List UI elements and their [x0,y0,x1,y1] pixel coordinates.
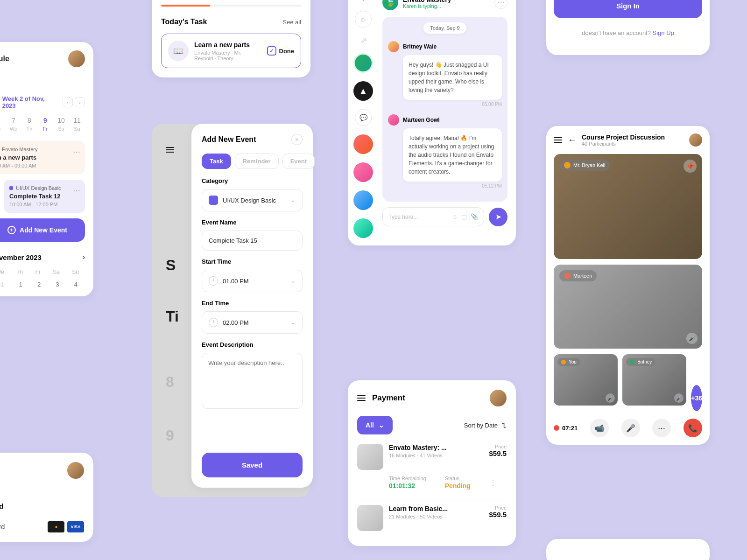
video-tile[interactable]: Marteen 🎤 [554,265,702,349]
next-week-button[interactable]: › [75,97,85,107]
signin-card: Sign In doesn't have an account? Sign Up [546,0,710,55]
chat-avatar[interactable] [353,134,373,154]
video-call-card: ← Course Project Discussion 40 Participa… [546,126,710,445]
payment-item[interactable]: Learn from Basic... 21 Modules · 50 Vide… [357,505,507,531]
desc-label: Event Description [202,341,303,348]
tab-reminder[interactable]: Reminder [235,154,279,169]
end-time-select[interactable]: 02.00 PM ⌄ [202,311,303,334]
event-card[interactable]: UI/UX Design Basic Complete Task 12 10:0… [4,180,85,213]
see-all-link[interactable]: See all [282,19,301,26]
month-title: November 2023 [0,253,42,261]
mic-icon: 🎤 [606,393,615,403]
chat-avatar[interactable] [353,218,373,238]
video-tile[interactable]: You 🎤 [554,354,618,406]
send-button[interactable]: ➤ [489,208,507,226]
description-textarea[interactable] [202,353,303,409]
chevron-down-icon: ⌄ [291,319,296,326]
book-icon: 📖 [168,41,189,61]
payment-method-label: nod [0,502,84,510]
chat-avatar[interactable] [353,162,373,182]
pin-icon[interactable]: 📌 [684,160,697,173]
close-button[interactable]: × [291,134,303,145]
chevron-down-icon: ⌄ [291,197,296,203]
partial-card [546,539,710,560]
chevron-down-icon: ⌄ [379,421,384,429]
more-icon[interactable]: ⋯ [73,186,80,195]
add-event-button[interactable]: + Add New Event [0,218,85,242]
avatar[interactable] [490,390,507,406]
more-button[interactable]: ⋯ [652,419,671,437]
hamburger-icon[interactable] [554,137,562,143]
signup-link[interactable]: Sign Up [653,29,674,36]
back-arrow-icon[interactable]: ← [568,135,576,145]
chat-header: 🍃 Envato Mastery Karen is typing... ⋯ [382,0,507,10]
schedule-title: edule [0,55,9,63]
start-time-select[interactable]: 01.00 PM ⌄ [202,270,303,292]
date-separator: Today, Sep 9 [423,22,466,34]
search-icon[interactable]: ⌕ [355,11,372,28]
hamburger-icon[interactable] [357,395,366,401]
week-label[interactable]: Week 2 of Nov, 2023 [2,95,59,109]
chat-avatar[interactable] [353,53,373,73]
more-icon[interactable]: ⋯ [494,0,507,9]
event-card[interactable]: Envato Mastery rn a new parts 00 AM - 09… [0,141,85,174]
chat-message: Marteen Gowl Totally agree, Maria! 🔥 I'm… [388,114,502,189]
card-payment-option[interactable]: Card ●● VISA [0,521,84,532]
mic-icon: 🎤 [686,333,698,344]
chat-sidebar: ⋮ ⌕ ⇗ ▲ 💬 [348,0,379,245]
saved-button[interactable]: Saved [202,453,303,477]
tab-event[interactable]: Event [282,154,315,169]
checkout-card: ut nod Card ●● VISA [0,453,93,542]
plus-icon: + [7,226,16,234]
more-participants[interactable]: +36 [691,385,702,411]
more-vertical-icon[interactable]: ⋮ [359,0,367,2]
task-item[interactable]: 📖 Learn a new parts Envato Mastery · Mr.… [161,34,301,68]
section-title: Today's Task [161,18,207,26]
more-vertical-icon[interactable]: ⋮ [489,478,497,487]
message-avatar [388,114,399,126]
course-thumbnail [357,444,383,470]
video-title: Course Project Discussion [582,133,684,141]
prev-week-button[interactable]: ‹ [63,97,73,107]
tab-task[interactable]: Task [202,154,231,169]
message-icon[interactable]: 💬 [355,109,372,126]
category-select[interactable]: UI/UX Design Basic ⌄ [202,189,303,211]
sort-button[interactable]: Sort by Date⇅ [464,422,507,429]
filter-all-button[interactable]: All⌄ [357,416,393,434]
payment-item[interactable]: Envato Mastery: ... 16 Modules · 41 Vide… [357,444,507,470]
modal-title: Add New Event [202,135,256,144]
chat-header-avatar[interactable]: 🍃 [382,0,398,10]
name-label: Event Name [202,219,303,226]
video-tile[interactable]: Britney 🎤 [622,354,686,406]
payment-card: Payment All⌄ Sort by Date⇅ Envato Master… [348,380,516,546]
end-call-button[interactable]: 📞 [684,419,702,437]
message-input[interactable]: Type here... ☺ ▢ 📎 [382,207,484,226]
clock-icon [209,318,218,327]
avatar[interactable] [67,462,84,479]
start-label: Start Time [202,258,303,265]
mastercard-icon: ●● [48,521,64,532]
emoji-icon[interactable]: ☺ [451,213,458,220]
schedule-card: edule k | Week 2 of Nov, 2023 ‹ › 6Tu 7W… [0,42,93,296]
more-icon[interactable]: ⋯ [73,147,80,156]
avatar[interactable] [689,133,702,147]
todays-task-card: Today's Task See all 📖 Learn a new parts… [152,0,310,77]
clock-icon [209,276,218,286]
avatar[interactable] [68,50,85,67]
pin-icon[interactable]: ⇗ [360,36,366,45]
attachment-icon[interactable]: 📎 [471,213,478,220]
chevron-down-icon: ⌄ [291,278,296,284]
checkbox[interactable]: ✓ [267,46,276,56]
event-name-input[interactable]: Complete Task 15 [202,231,303,251]
mic-button[interactable]: 🎤 [621,419,640,437]
mic-icon: 🎤 [674,393,684,403]
image-icon[interactable]: ▢ [461,213,467,220]
video-main[interactable]: Mr. Bryan Kell 📌 [554,154,702,259]
camera-button[interactable]: 📹 [590,419,609,437]
chat-avatar[interactable]: ▲ [353,81,373,101]
recording-indicator: 07:21 [554,425,578,432]
hamburger-icon[interactable] [166,147,174,153]
chevron-right-icon[interactable]: › [83,253,85,261]
chat-avatar[interactable] [353,190,373,210]
signin-button[interactable]: Sign In [554,0,702,18]
